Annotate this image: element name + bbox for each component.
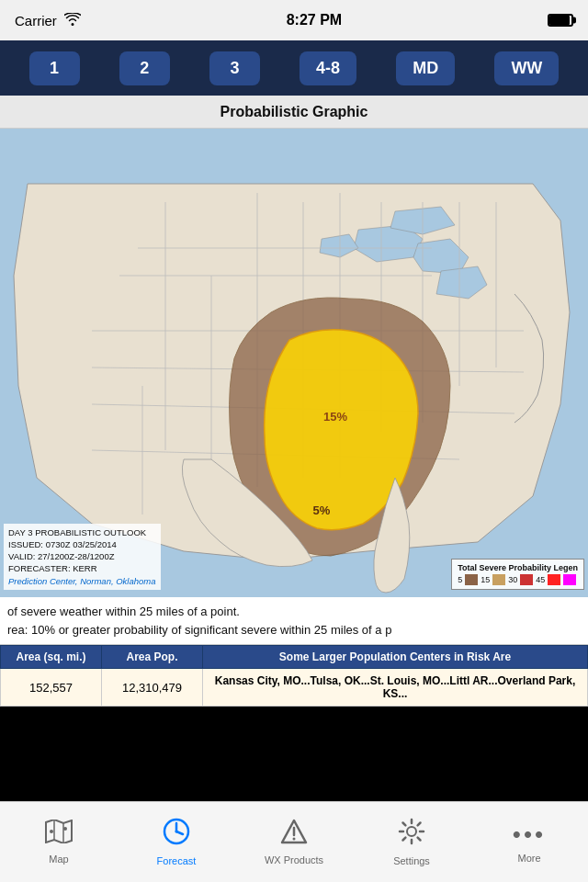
table-cell-cities: Kansas City, MO...Tulsa, OK...St. Louis,… <box>203 669 588 707</box>
tab-more[interactable]: ••• More <box>470 802 588 882</box>
table-row: 152,557 12,310,479 Kansas City, MO...Tul… <box>1 669 588 707</box>
svg-point-27 <box>175 831 178 833</box>
swatch-30 <box>520 574 533 585</box>
warning-icon <box>280 819 308 851</box>
bottom-tab-bar: Map Forecast WX Products <box>0 801 588 882</box>
tab-map[interactable]: Map <box>0 802 118 882</box>
status-bar: Carrier 8:27 PM <box>0 0 588 40</box>
svg-point-22 <box>50 830 53 833</box>
tab-ww[interactable]: WW <box>494 51 559 85</box>
svg-point-23 <box>63 827 67 831</box>
tab-wx-products[interactable]: WX Products <box>235 802 353 882</box>
num-tabs-bar: 1 2 3 4-8 MD WW <box>0 40 588 96</box>
info-line-2: ISSUED: 0730Z 03/25/2014 <box>8 538 156 550</box>
battery-icon <box>548 14 573 27</box>
map-area[interactable]: 15% 5% DAY 3 PROBABILISTIC OUTLOOK ISSUE… <box>0 129 588 597</box>
tab-4-8[interactable]: 4-8 <box>300 51 356 85</box>
text-info-section: of severe weather within 25 miles of a p… <box>0 597 588 645</box>
table-cell-pop: 12,310,479 <box>102 669 203 707</box>
table-header-area: Area (sq. mi.) <box>1 646 102 669</box>
tab-map-label: Map <box>49 854 68 865</box>
tab-md[interactable]: MD <box>396 51 455 85</box>
text-info-line-2: rea: 10% or greater probability of signi… <box>7 621 581 639</box>
svg-line-38 <box>403 838 406 841</box>
swatch-15 <box>492 574 505 585</box>
svg-point-29 <box>293 838 296 841</box>
table-header-cities: Some Larger Population Centers in Risk A… <box>203 646 588 669</box>
table-header-pop: Area Pop. <box>102 646 203 669</box>
gear-icon <box>398 818 425 852</box>
clock-icon <box>163 818 190 852</box>
tab-settings-label: Settings <box>393 855 430 866</box>
page-title-bar: Probabilistic Graphic <box>0 96 588 129</box>
map-info-overlay: DAY 3 PROBABILISTIC OUTLOOK ISSUED: 0730… <box>4 524 161 590</box>
tab-2[interactable]: 2 <box>119 51 170 85</box>
svg-point-30 <box>407 827 416 836</box>
map-legend: Total Severe Probability Legen 5 15 30 4… <box>451 559 584 590</box>
more-dots-icon: ••• <box>513 820 546 849</box>
status-left: Carrier <box>15 13 81 28</box>
forecaster-link: Prediction Center, Norman, Oklahoma <box>8 575 156 587</box>
info-line-4: FORECASTER: KERR <box>8 562 156 574</box>
svg-line-36 <box>418 838 421 841</box>
info-line-3: VALID: 27/1200Z-28/1200Z <box>8 550 156 562</box>
page-title: Probabilistic Graphic <box>220 104 368 120</box>
tab-1[interactable]: 1 <box>29 51 80 85</box>
svg-line-37 <box>418 823 421 826</box>
info-line-1: DAY 3 PROBABILISTIC OUTLOOK <box>8 526 156 538</box>
legend-label-30: 30 <box>508 575 517 584</box>
tab-forecast-label: Forecast <box>157 855 197 866</box>
swatch-60 <box>563 574 576 585</box>
tab-more-label: More <box>517 853 540 864</box>
tab-settings[interactable]: Settings <box>353 802 470 882</box>
tab-forecast[interactable]: Forecast <box>118 802 235 882</box>
carrier-label: Carrier <box>15 13 57 28</box>
tab-wx-products-label: WX Products <box>265 854 323 865</box>
legend-title: Total Severe Probability Legen <box>458 563 578 572</box>
tab-3[interactable]: 3 <box>209 51 260 85</box>
legend-row: 5 15 30 45 <box>458 574 578 585</box>
text-info-line-1: of severe weather within 25 miles of a p… <box>7 603 581 621</box>
legend-label-5: 5 <box>458 575 462 584</box>
swatch-45 <box>548 574 560 585</box>
risk-data-table: Area (sq. mi.) Area Pop. Some Larger Pop… <box>0 645 588 707</box>
table-cell-area: 152,557 <box>1 669 102 707</box>
legend-label-45: 45 <box>536 575 545 584</box>
svg-line-35 <box>403 823 406 826</box>
swatch-5 <box>465 574 478 585</box>
map-icon <box>45 820 73 850</box>
svg-text:15%: 15% <box>323 410 347 424</box>
svg-text:5%: 5% <box>313 503 331 517</box>
time-label: 8:27 PM <box>287 12 342 28</box>
wifi-icon <box>64 13 81 28</box>
legend-label-15: 15 <box>481 575 490 584</box>
